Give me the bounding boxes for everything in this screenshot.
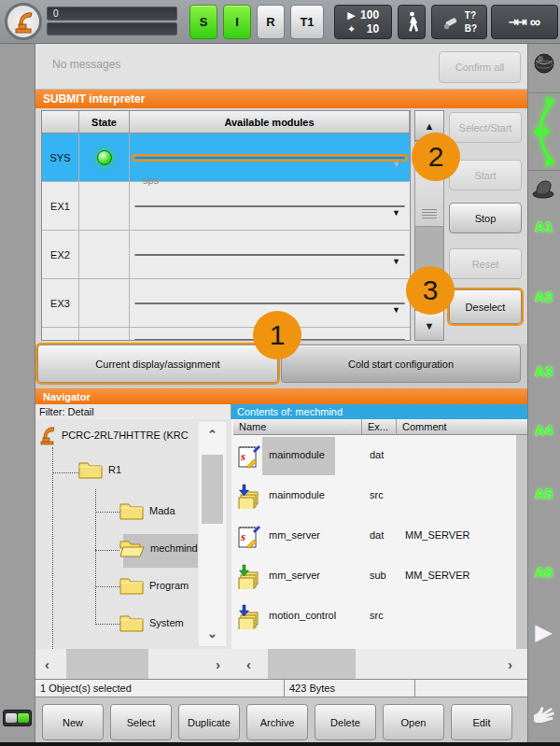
tree-item-program[interactable]: Program	[119, 576, 189, 595]
chevron-down-icon[interactable]: ⌄	[199, 626, 226, 640]
tree-horizontal-scrollbar[interactable]: ‹ ›	[35, 649, 231, 679]
scroll-left-icon[interactable]: ‹	[45, 656, 49, 672]
folder-icon	[119, 576, 144, 595]
file-row-mainmodule-src[interactable]: mainmodule src	[233, 476, 525, 516]
folder-icon	[78, 460, 103, 479]
sub-module-icon	[237, 564, 261, 593]
new-button[interactable]: New	[42, 704, 104, 740]
filter-bar[interactable]: Filter: Detail	[35, 404, 231, 419]
tree-item-mada[interactable]: Mada	[119, 501, 175, 520]
ext-column-header[interactable]: Ex...	[362, 419, 397, 434]
file-comment: MM_SERVER	[405, 529, 469, 541]
delete-button[interactable]: Delete	[315, 704, 376, 740]
axis-label-a6[interactable]: A6	[527, 564, 560, 580]
module-value: sps	[143, 175, 159, 186]
contents-vertical-scrollbar[interactable]	[516, 435, 527, 649]
axis-label-a5[interactable]: A5	[527, 486, 560, 501]
size-status: 423 Bytes	[285, 680, 415, 697]
src-module-icon	[237, 484, 261, 513]
step-mode-icon: ⇥⇥	[509, 15, 525, 29]
file-row-mmserver-sub[interactable]: mm_server sub MM_SERVER	[233, 556, 525, 597]
globe-icon	[533, 52, 555, 75]
submit-row-ex2[interactable]: EX2 ▼	[42, 231, 410, 279]
bottom-toggle-switch[interactable]	[3, 710, 32, 726]
tree-scrollbar-thumb[interactable]	[202, 455, 223, 524]
robot-node-icon	[39, 425, 56, 445]
open-button[interactable]: Open	[383, 704, 444, 740]
submit-row-ex1[interactable]: EX1 ▼	[42, 182, 410, 231]
scroll-right-icon[interactable]: ›	[216, 656, 220, 672]
contents-hscroll-thumb[interactable]	[268, 649, 356, 679]
reset-button[interactable]: Reset	[449, 248, 522, 279]
navigator-title: Navigator	[43, 391, 91, 402]
start-button[interactable]: Start	[449, 160, 522, 190]
override-button[interactable]: ▶✦ 100 10	[334, 5, 392, 39]
tree-item-label: R1	[108, 464, 121, 475]
comment-column-header[interactable]: Comment	[397, 419, 527, 434]
submit-row-ex3[interactable]: EX3 ▼	[42, 279, 410, 328]
axis-label-a1[interactable]: A1	[527, 218, 560, 234]
stop-button[interactable]: Stop	[449, 203, 522, 233]
module-dropdown-ex2[interactable]: ▼	[134, 254, 405, 256]
archive-button[interactable]: Archive	[246, 704, 308, 740]
module-dropdown-ex1[interactable]: ▼	[134, 205, 405, 207]
confirm-all-button[interactable]: Confirm all	[439, 51, 521, 83]
contents-horizontal-scrollbar[interactable]: ‹ ›	[231, 649, 527, 679]
robot-r-key[interactable]: R	[257, 5, 285, 39]
jog-direction-indicator[interactable]	[529, 96, 557, 171]
cold-start-configuration-button[interactable]: Cold start configuration	[281, 345, 521, 383]
program-counter-bar: 0	[47, 7, 177, 21]
name-column-header[interactable]: Name ▲	[233, 419, 362, 434]
jog-keys-toggle[interactable]	[532, 702, 556, 726]
folder-icon	[119, 501, 144, 520]
sidebar-separator	[527, 92, 560, 93]
duplicate-button[interactable]: Duplicate	[178, 704, 240, 740]
select-start-button[interactable]: Select/Start	[449, 112, 522, 143]
tree-item-r1[interactable]: R1	[78, 460, 121, 479]
drives-s-key[interactable]: S	[189, 5, 217, 39]
empty-status-cell	[415, 680, 526, 697]
chevron-down-icon: ▼	[392, 305, 400, 315]
axis-label-a4[interactable]: A4	[527, 422, 560, 438]
program-run-mode-button[interactable]: ⇥⇥ ∞	[491, 5, 558, 39]
scroll-left-icon[interactable]: ‹	[246, 656, 251, 672]
space-mouse-button[interactable]	[532, 176, 555, 203]
play-icon: ▶	[347, 8, 355, 22]
file-comment: MM_SERVER	[405, 570, 469, 581]
file-name: motion_control	[269, 610, 336, 621]
robot-arm-icon	[10, 8, 36, 35]
file-row-mmserver-dat[interactable]: s mm_server dat MM_SERVER	[233, 516, 525, 556]
row-label: EX3	[42, 279, 79, 327]
open-folder-icon	[119, 539, 145, 557]
submit-row-sys[interactable]: SYS ▼ sps	[42, 134, 410, 182]
tool-value: T?	[465, 9, 476, 22]
deselect-button[interactable]: Deselect	[449, 289, 522, 324]
drives-i-key[interactable]: I	[223, 5, 251, 39]
world-coords-button[interactable]	[533, 52, 555, 78]
select-button[interactable]: Select	[110, 704, 172, 740]
jog-mode-button[interactable]	[398, 5, 426, 39]
tree-item-root[interactable]: PCRC-2RL7HHTTRE (KRC	[39, 425, 189, 445]
scroll-right-icon[interactable]: ›	[508, 656, 512, 672]
submit-interpreter-header: SUBMIT interpreter	[35, 90, 527, 108]
file-row-motioncontrol-src[interactable]: motion_control src	[233, 597, 525, 637]
robot-logo-icon[interactable]	[5, 3, 42, 40]
file-ext: sub	[370, 570, 386, 581]
op-mode-t1-key[interactable]: T1	[290, 5, 324, 39]
src-module-icon	[237, 604, 261, 633]
chevron-up-icon[interactable]: ⌃	[199, 428, 226, 442]
file-row-mainmodule-dat[interactable]: s mainmodule dat	[233, 436, 525, 476]
tree-hscroll-thumb[interactable]	[66, 649, 148, 679]
state-led-green	[97, 150, 112, 165]
axis-label-a2[interactable]: A2	[527, 289, 560, 304]
tree-item-system[interactable]: System	[119, 613, 184, 632]
edit-button[interactable]: Edit	[451, 704, 512, 740]
start-key[interactable]: ▶	[527, 619, 560, 645]
tree-item-mechmind[interactable]: mechmind	[119, 539, 198, 557]
current-display-assignment-button[interactable]: Current display/assignment	[37, 345, 278, 383]
module-dropdown-ex3[interactable]: ▼	[134, 303, 405, 304]
modules-column-header: Available modules	[130, 111, 410, 133]
tool-base-button[interactable]: T? B?	[431, 5, 487, 39]
module-dropdown-sys[interactable]: ▼ sps	[134, 157, 405, 159]
axis-label-a3[interactable]: A3	[527, 363, 560, 379]
